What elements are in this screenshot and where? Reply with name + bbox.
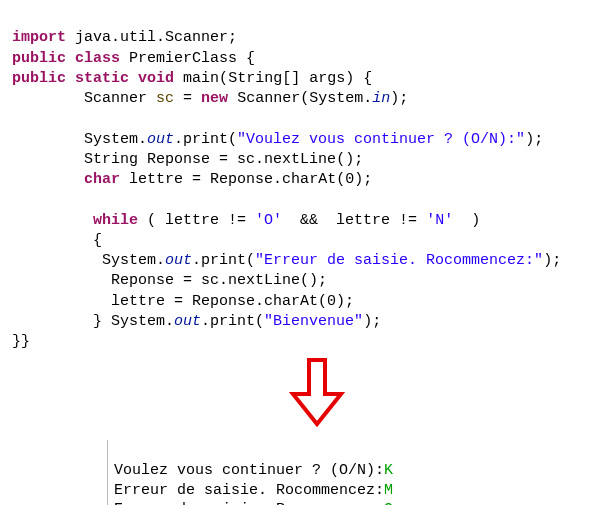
console-line: Erreur de saisie. Rocommencez:O <box>114 501 393 505</box>
console-prompt: Voulez vous continuer ? (O/N): <box>114 462 384 479</box>
console-input: K <box>384 462 393 479</box>
line-11: { <box>12 232 102 249</box>
line-8: char lettre = Reponse.charAt(0); <box>12 171 372 188</box>
system-out: out <box>147 131 174 148</box>
package-name: java.util.Scanner <box>75 29 228 46</box>
line-16: }} <box>12 333 30 350</box>
keyword-while: while <box>93 212 138 229</box>
keyword-import: import <box>12 29 66 46</box>
console-prompt: Erreur de saisie. Rocommencez: <box>114 482 384 499</box>
source-code: import java.util.Scanner; public class P… <box>12 8 582 352</box>
line-12: System.out.print("Erreur de saisie. Roco… <box>12 252 561 269</box>
console-prompt: Erreur de saisie. Rocommencez: <box>114 501 384 505</box>
line-14: lettre = Reponse.charAt(0); <box>12 293 354 310</box>
line-13: Reponse = sc.nextLine(); <box>12 272 327 289</box>
keyword-public: public <box>12 50 66 67</box>
console-input: M <box>384 482 393 499</box>
line-10: while ( lettre != 'O' && lettre != 'N' ) <box>12 212 480 229</box>
line-15: } System.out.print("Bienvenue"); <box>12 313 381 330</box>
arrow-down-icon <box>52 358 582 435</box>
line-6: System.out.print("Voulez vous continuer … <box>12 131 543 148</box>
class-name: PremierClass <box>129 50 237 67</box>
console-input: O <box>384 501 393 505</box>
keyword-class: class <box>75 50 120 67</box>
line-3: public static void main(String[] args) { <box>12 70 372 87</box>
line-1: import java.util.Scanner; <box>12 29 237 46</box>
line-7: String Reponse = sc.nextLine(); <box>12 151 363 168</box>
console-output: Voulez vous continuer ? (O/N):K Erreur d… <box>107 440 582 506</box>
line-4: Scanner sc = new Scanner(System.in); <box>12 90 408 107</box>
line-2: public class PremierClass { <box>12 50 255 67</box>
string-literal: "Voulez vous continuer ? (O/N):" <box>237 131 525 148</box>
console-line: Voulez vous continuer ? (O/N):K <box>114 462 393 479</box>
console-line: Erreur de saisie. Rocommencez:M <box>114 482 393 499</box>
system-in: in <box>372 90 390 107</box>
